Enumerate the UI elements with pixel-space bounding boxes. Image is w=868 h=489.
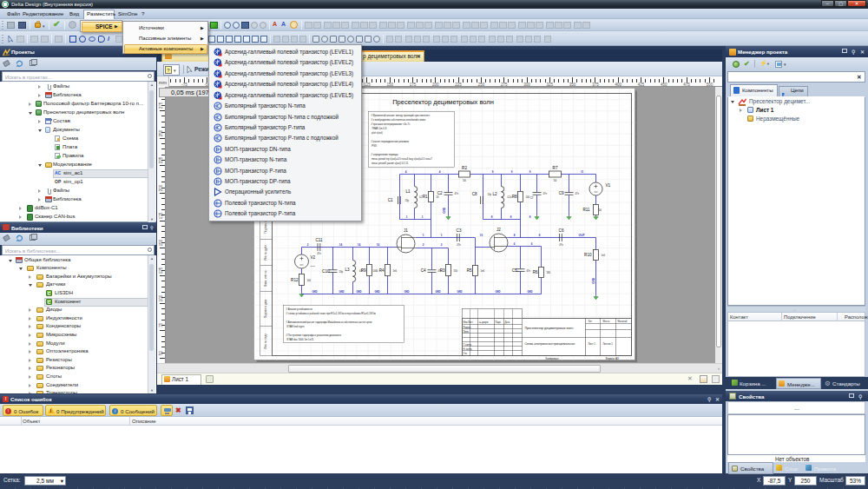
svg-text:R4: R4 (379, 268, 385, 273)
svg-text:C9: C9 (559, 191, 564, 195)
svg-text:J2: J2 (496, 228, 501, 232)
svg-text:11: 11 (581, 170, 584, 174)
svg-text:47n: 47n (455, 192, 459, 195)
svg-text:1000: 1000 (311, 265, 316, 268)
svg-text:47n: 47n (575, 192, 580, 195)
svg-text:Утв.: Утв. (464, 352, 468, 355)
svg-text:.meas period trig v(out)=0.5 r: .meas period trig v(out)=0.5 rise=6 targ… (372, 157, 433, 161)
svg-text:L3: L3 (345, 268, 350, 272)
svg-text:GND: GND (457, 290, 462, 294)
svg-text:47n: 47n (559, 243, 563, 247)
svg-text:Листов 1: Листов 1 (603, 342, 614, 346)
svg-text:// при шаге интегрирования <1e: // при шаге интегрирования <1e-7с (372, 122, 411, 126)
svg-text:J1: J1 (404, 228, 408, 233)
svg-text:100: 100 (307, 279, 312, 282)
svg-text:Масштаб: Масштаб (618, 320, 628, 323)
svg-text:1К: 1К (437, 195, 439, 199)
svg-text:R10: R10 (584, 253, 592, 257)
svg-text:V1: V1 (606, 183, 611, 188)
svg-text:.PSS: .PSS (372, 144, 378, 148)
svg-text:// к возбуждению собственных к: // к возбуждению собственных колебаний с… (372, 118, 426, 122)
svg-text:1000: 1000 (373, 269, 378, 273)
svg-text:1e6: 1e6 (481, 269, 485, 273)
svg-text:180: 180 (547, 271, 551, 274)
svg-text:14: 14 (358, 243, 361, 247)
svg-text:14: 14 (339, 243, 343, 247)
svg-text:1e6: 1e6 (393, 269, 398, 273)
svg-text:Масса: Масса (603, 320, 610, 323)
svg-text:R1: R1 (423, 195, 428, 199)
svg-text:Инв. № подл.: Инв. № подл. (264, 333, 267, 349)
svg-text:16: 16 (377, 243, 380, 247)
svg-text:Преселектор дециметровых волн: Преселектор дециметровых волн (525, 327, 574, 330)
svg-text:Копировал: Копировал (546, 357, 559, 360)
svg-text:R11: R11 (582, 208, 590, 212)
svg-text:Подп.: Подп. (496, 320, 502, 324)
svg-text:50: 50 (554, 179, 557, 182)
svg-text:C2: C2 (437, 191, 443, 195)
svg-text:GND: GND (374, 290, 379, 294)
svg-text:L2: L2 (492, 192, 497, 196)
svg-text:GND: GND (339, 290, 344, 294)
svg-text:C11: C11 (315, 238, 323, 242)
svg-text:// схема устойчива в рабочей т: // схема устойчива в рабочей точке при R… (286, 312, 376, 315)
svg-text:C8: C8 (472, 192, 477, 196)
svg-text:R8: R8 (512, 195, 517, 199)
svg-text:50: 50 (599, 208, 602, 212)
svg-text:GND: GND (443, 207, 446, 214)
svg-text:C7: C7 (530, 196, 534, 200)
svg-text:// Построение годографа в указ: // Построение годографа в указанном диап… (286, 334, 342, 337)
svg-text:50: 50 (463, 179, 466, 182)
svg-text:Н. контр.: Н. контр. (464, 347, 473, 351)
svg-text:№ докум.: № докум. (479, 321, 490, 324)
svg-text:V2: V2 (311, 255, 316, 260)
svg-text:L1: L1 (405, 189, 411, 194)
svg-text:Дата: Дата (505, 320, 510, 324)
svg-text:Схема электрическая принципиал: Схема электрическая принципиальная (525, 342, 575, 346)
svg-text:10: 10 (480, 234, 483, 237)
svg-text:Разраб.: Разраб. (464, 326, 472, 329)
svg-text:R9: R9 (361, 268, 366, 273)
svg-text:13p: 13p (339, 270, 344, 274)
svg-text:OUT: OUT (579, 234, 586, 237)
svg-text:R5: R5 (467, 268, 472, 273)
svg-text:47n: 47n (527, 269, 531, 273)
svg-text:// Временной анализ: метод тра: // Временной анализ: метод трапеций чувс… (372, 114, 431, 117)
svg-text:C1: C1 (388, 198, 393, 202)
svg-text:C4: C4 (421, 268, 426, 273)
svg-text:Пров.: Пров. (464, 330, 470, 334)
svg-text:Формат А3: Формат А3 (606, 357, 619, 360)
svg-text:Подпись и дата: Подпись и дата (264, 299, 267, 318)
svg-text:Т. контр.: Т. контр. (464, 343, 472, 347)
svg-text:100: 100 (526, 195, 530, 199)
svg-text:Преселектор дециметровых волн: Преселектор дециметровых волн (392, 98, 494, 106)
svg-text:1e6: 1e6 (602, 254, 606, 257)
svg-text:Инв. № дубл.: Инв. № дубл. (264, 244, 267, 261)
svg-text:R6: R6 (533, 270, 538, 274)
svg-text:Взам. инв. №: Взам. инв. № (264, 269, 267, 286)
svg-text:13p: 13p (488, 193, 492, 196)
svg-text:C6: C6 (559, 228, 564, 233)
svg-text:C3: C3 (457, 228, 462, 233)
svg-text:47n: 47n (543, 192, 548, 195)
svg-text:C5: C5 (512, 268, 517, 273)
svg-text:GND: GND (356, 290, 361, 294)
svg-text:47n: 47n (457, 243, 461, 247)
svg-text:Лист 1: Лист 1 (589, 342, 596, 346)
svg-text:C10: C10 (322, 269, 330, 274)
svg-text:GND: GND (435, 290, 440, 294)
svg-text:47n: 47n (317, 252, 321, 255)
svg-text:GND: GND (404, 290, 409, 294)
svg-text:Изм.Лист: Изм.Лист (464, 320, 474, 324)
svg-text:GND: GND (527, 290, 532, 294)
svg-text:GND: GND (495, 290, 500, 294)
svg-text:.STAB hod eigen: .STAB hod eigen (286, 325, 305, 328)
svg-text:150: 150 (454, 269, 458, 273)
svg-text:.plot v(out): .plot v(out) (372, 131, 383, 135)
svg-text:R3: R3 (440, 268, 445, 273)
svg-text:R2: R2 (462, 166, 467, 170)
svg-text:// Автоматический расчет годог: // Автоматический расчет годографа Михай… (286, 320, 372, 324)
svg-text:.TRAN 1m 0.8: .TRAN 1m 0.8 (372, 127, 387, 130)
svg-text:// Анализ устойчивости:: // Анализ устойчивости: (286, 307, 313, 311)
svg-text:.meas period1 param v(out) 0.5: .meas period1 param v(out) 0.5 11 (372, 162, 409, 165)
